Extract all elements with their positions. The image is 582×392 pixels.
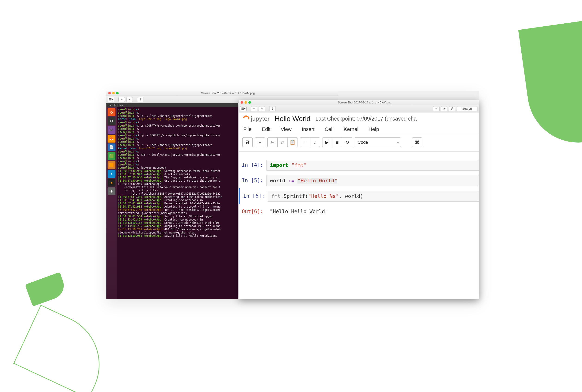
jupyter-toolbar: ＋ ✂ ⧉ 📋 ↑ ↓ ▶| ■ ↻ Code ⌘ [239, 135, 479, 152]
software-icon[interactable]: ⬇ [107, 170, 115, 178]
move-down-button[interactable]: ↓ [310, 138, 320, 147]
output-text: "Hello Hello World" [266, 206, 479, 216]
markup-icon[interactable]: 🖉 [449, 106, 455, 111]
checkpoint-text: Last Checkpoint: 07/09/2017 (unsaved cha [316, 116, 417, 122]
notebook-cells: In [4]:import "fmt"In [5]:world := "Hell… [239, 152, 479, 224]
settings-icon[interactable]: ⚙ [107, 188, 115, 195]
zoom-out-icon[interactable]: − [118, 97, 125, 102]
calc-icon[interactable]: 🟩 [107, 152, 115, 160]
output-row: Out[6]:"Hello Hello World" [239, 204, 479, 219]
preview-toolbar: ☰▾ − + ⇪ ✎ ⟳ 🖉 Search [239, 105, 479, 112]
close-icon[interactable] [108, 92, 111, 94]
move-up-button[interactable]: ↑ [300, 138, 310, 147]
add-cell-button[interactable]: ＋ [255, 138, 265, 147]
jupyter-header: jupyter Hello World Last Checkpoint: 07/… [239, 112, 479, 125]
code-input[interactable]: fmt.Sprintf("Hello %s", world) [268, 191, 479, 202]
code-cell[interactable]: In [6]:fmt.Sprintf("Hello %s", world) [239, 188, 479, 204]
decor-shape-left-1 [25, 272, 68, 306]
impress-icon[interactable]: 🟧 [107, 161, 115, 169]
zoom-in-icon[interactable]: + [126, 97, 133, 102]
traffic-lights[interactable] [241, 101, 251, 104]
minimize-icon[interactable] [112, 92, 115, 94]
copy-button[interactable]: ⧉ [277, 138, 288, 147]
share-icon[interactable]: ⇪ [137, 97, 143, 102]
window-titlebar: Screen Shot 2017-09-14 at 1.17.15 AM.png [106, 91, 338, 96]
command-palette-button[interactable]: ⌘ [412, 138, 422, 147]
code-input[interactable]: import "fmt" [266, 160, 479, 170]
decor-shape-left-2 [13, 305, 116, 392]
traffic-lights[interactable] [108, 92, 119, 94]
notebook-title[interactable]: Hello World [275, 115, 311, 123]
sidebar-toggle-icon[interactable]: ☰▾ [108, 97, 114, 102]
decor-shape-right [518, 18, 582, 149]
stop-button[interactable]: ■ [332, 138, 342, 147]
code-cell[interactable]: In [4]:import "fmt" [239, 157, 479, 173]
sidebar-toggle-icon[interactable]: ☰▾ [240, 106, 247, 111]
menu-view[interactable]: View [281, 126, 291, 132]
writer-icon[interactable]: 📄 [107, 144, 115, 151]
minimize-icon[interactable] [244, 101, 247, 104]
jupyter-logo-icon [242, 114, 251, 123]
zoom-out-icon[interactable]: − [251, 106, 257, 111]
code-input[interactable]: world := "Hello World" [266, 175, 479, 186]
edit-icon[interactable]: ✎ [433, 106, 440, 111]
files-icon[interactable]: 🗂 [107, 126, 115, 134]
search-field[interactable]: Search [457, 106, 478, 111]
firefox-icon[interactable]: 🦊 [107, 135, 115, 142]
window-title: Screen Shot 2017-09-14 at 1.14.46 AM.png [252, 101, 477, 104]
out-prompt: Out[6]: [239, 206, 266, 214]
window-titlebar: Screen Shot 2017-09-14 at 1.14.46 AM.png [239, 100, 479, 105]
menu-help[interactable]: Help [369, 126, 379, 132]
terminal-titlebar: user@linux: ~ [106, 103, 238, 107]
code-cell[interactable]: In [5]:world := "Hello World" [239, 173, 479, 188]
menu-cell[interactable]: Cell [325, 126, 334, 132]
jupyter-logo-text: jupyter [251, 115, 270, 122]
menu-kernel[interactable]: Kernel [344, 126, 359, 132]
amazon-icon[interactable]: a [107, 179, 115, 186]
zoom-in-icon[interactable]: + [259, 106, 265, 111]
paste-button[interactable]: 📋 [287, 138, 297, 147]
cell-type-select[interactable]: Code [355, 138, 401, 147]
cut-button[interactable]: ✂ [267, 138, 278, 147]
rotate-icon[interactable]: ⟳ [441, 106, 447, 111]
menu-edit[interactable]: Edit [262, 126, 270, 132]
in-prompt: In [6]: [240, 191, 268, 199]
terminal-output: user@linux:~$ user@linux:~$ user@linux:~… [117, 103, 238, 299]
terminal-window: user@linux: ~ ◌ ▢ 🗂 🦊 📄 🟩 🟧 ⬇ a ⚙ user@l… [106, 103, 238, 299]
menu-insert[interactable]: Insert [302, 126, 315, 132]
screenshot-stage: Screen Shot 2017-09-14 at 1.17.15 AM.png… [106, 91, 479, 299]
jupyter-menubar: FileEditViewInsertCellKernelHelp [239, 125, 479, 135]
in-prompt: In [5]: [239, 175, 266, 183]
window-title: Screen Shot 2017-09-14 at 1.17.15 AM.png [120, 92, 336, 95]
jupyter-logo[interactable]: jupyter [243, 115, 270, 122]
ubuntu-launcher[interactable]: ◌ ▢ 🗂 🦊 📄 🟩 🟧 ⬇ a ⚙ [106, 103, 117, 299]
save-button[interactable] [242, 138, 253, 147]
zoom-icon[interactable] [248, 101, 251, 104]
in-prompt: In [4]: [239, 160, 266, 168]
menu-file[interactable]: File [243, 126, 251, 132]
restart-button[interactable]: ↻ [342, 138, 352, 147]
share-icon[interactable]: ⇪ [269, 106, 276, 111]
zoom-icon[interactable] [116, 92, 119, 94]
preview-window-front: Screen Shot 2017-09-14 at 1.14.46 AM.png… [239, 100, 479, 299]
terminal-icon[interactable]: ▢ [107, 117, 115, 125]
ubuntu-dash-icon[interactable]: ◌ [107, 108, 115, 116]
close-icon[interactable] [241, 101, 243, 104]
run-button[interactable]: ▶| [322, 138, 332, 147]
